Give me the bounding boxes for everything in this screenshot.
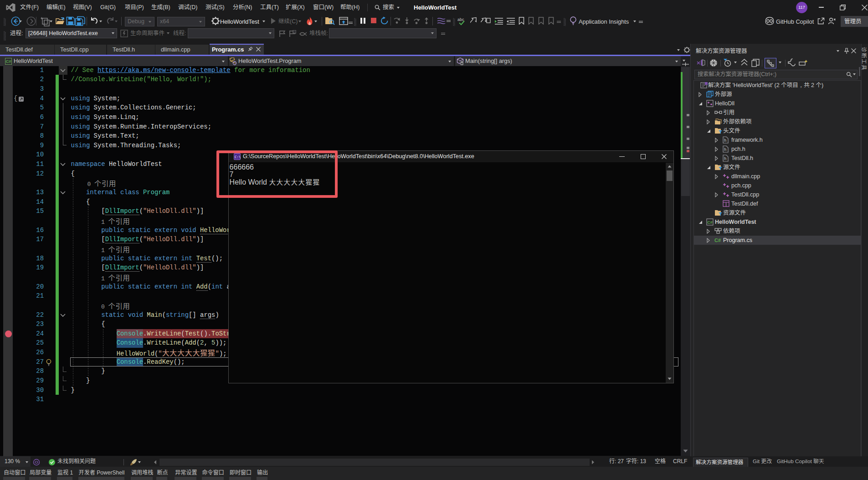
- svg-text:C#: C#: [707, 220, 713, 225]
- svg-text:abc: abc: [457, 17, 464, 22]
- svg-text:C#: C#: [714, 237, 721, 243]
- svg-text:C#: C#: [6, 59, 12, 64]
- svg-text:h: h: [724, 138, 726, 143]
- svg-text:h: h: [724, 147, 726, 152]
- svg-text:h: h: [724, 156, 726, 161]
